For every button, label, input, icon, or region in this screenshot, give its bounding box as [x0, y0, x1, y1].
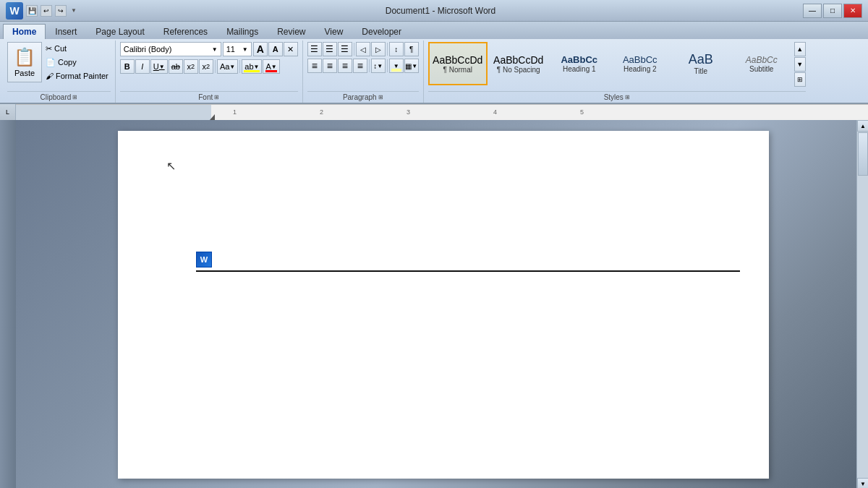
format-painter-icon: 🖌: [46, 72, 54, 80]
tab-view[interactable]: View: [315, 24, 353, 39]
ruler-mark-5: 5: [580, 108, 584, 116]
style-no-spacing[interactable]: AaBbCcDd ¶ No Spacing: [489, 42, 548, 85]
style-heading2[interactable]: AaBbCc Heading 2: [610, 42, 670, 85]
font-color-button[interactable]: A ▼: [263, 59, 279, 74]
font-format-row: B I U ▼ ab x2 x2 Aa ▼ ab ▼ A ▼: [120, 59, 280, 74]
font-shrink-button[interactable]: A: [268, 42, 283, 56]
superscript-button[interactable]: x2: [199, 59, 213, 74]
ruler-mark-4: 4: [493, 108, 497, 116]
window-title: Document1 - Microsoft Word: [386, 6, 496, 16]
tab-page-layout[interactable]: Page Layout: [86, 24, 153, 39]
font-name-dropdown[interactable]: Calibri (Body) ▼: [120, 42, 221, 56]
quick-save-icon[interactable]: 💾: [26, 5, 38, 17]
font-sep2: [239, 60, 240, 73]
change-case-button[interactable]: Aa ▼: [217, 59, 238, 74]
cut-icon: ✂: [46, 44, 52, 53]
ruler-tab-marker[interactable]: [210, 114, 215, 120]
ribbon-tabs: Home Insert Page Layout References Maili…: [0, 22, 868, 39]
bold-button[interactable]: B: [120, 59, 135, 74]
shading-button[interactable]: ▼: [389, 59, 404, 73]
clipboard-expander[interactable]: ⊞: [72, 94, 77, 100]
subscript-button[interactable]: x2: [184, 59, 198, 74]
bullets-button[interactable]: ☰: [307, 42, 322, 56]
scroll-up-button[interactable]: ▲: [857, 120, 868, 132]
styles-scroll-buttons: ▲ ▼ ⊞: [794, 42, 806, 87]
para-sep2: [387, 43, 388, 56]
styles-expander[interactable]: ⊞: [625, 94, 630, 100]
undo-icon[interactable]: ↩: [41, 5, 52, 17]
strikethrough-button[interactable]: ab: [169, 59, 183, 74]
justify-button[interactable]: ≡: [353, 59, 367, 73]
clear-format-button[interactable]: ✕: [284, 42, 298, 56]
redo-icon[interactable]: ↪: [55, 5, 67, 17]
font-size-dropdown[interactable]: 11 ▼: [223, 42, 252, 56]
copy-button[interactable]: 📄 Copy: [43, 56, 111, 69]
title-bar: W 💾 ↩ ↪ ▼ Document1 - Microsoft Word — □…: [0, 0, 868, 22]
horizontal-ruler: 1 2 3 4 5: [16, 104, 868, 120]
italic-button[interactable]: I: [135, 59, 150, 74]
paste-button[interactable]: 📋 Paste: [7, 42, 42, 82]
underline-button[interactable]: U ▼: [150, 59, 168, 74]
tab-mailings[interactable]: Mailings: [217, 24, 268, 39]
style-normal[interactable]: AaBbCcDd ¶ Normal: [428, 42, 488, 85]
tab-home[interactable]: Home: [3, 24, 46, 39]
close-button[interactable]: ✕: [843, 4, 862, 18]
scroll-thumb[interactable]: [858, 132, 868, 176]
style-subtitle-label: Subtitle: [749, 65, 773, 73]
font-group-content: Calibri (Body) ▼ 11 ▼ A A ✕ B I U ▼ ab x…: [120, 42, 298, 90]
format-painter-button[interactable]: 🖌 Format Painter: [43, 69, 111, 82]
paragraph-row1: ☰ ☰ ☰ ◁ ▷ ↕ ¶: [307, 42, 419, 56]
styles-expand[interactable]: ⊞: [794, 72, 806, 87]
align-center-button[interactable]: ≡: [323, 59, 337, 73]
font-expander[interactable]: ⊞: [214, 94, 219, 100]
style-heading2-preview: AaBbCc: [623, 54, 658, 65]
document-page[interactable]: W: [118, 131, 769, 479]
copy-label: Copy: [58, 58, 77, 67]
tab-review[interactable]: Review: [268, 24, 315, 39]
styles-scroll-down[interactable]: ▼: [794, 57, 806, 72]
sort-button[interactable]: ↕: [389, 42, 404, 56]
font-size-arrow: ▼: [242, 46, 248, 53]
tab-insert[interactable]: Insert: [46, 24, 86, 39]
ribbon: 📋 Paste ✂ Cut 📄 Copy 🖌 Format Painter: [0, 39, 868, 104]
paragraph-group: ☰ ☰ ☰ ◁ ▷ ↕ ¶ ≡ ≡ ≡ ≡ ↕▼ ▼: [303, 40, 424, 103]
multilevel-button[interactable]: ☰: [338, 42, 352, 56]
increase-indent-button[interactable]: ▷: [371, 42, 386, 56]
align-left-button[interactable]: ≡: [307, 59, 322, 73]
show-marks-button[interactable]: ¶: [404, 42, 419, 56]
minimize-button[interactable]: —: [803, 4, 822, 18]
style-subtitle[interactable]: AaBbCc Subtitle: [732, 42, 791, 85]
paste-icon: 📋: [14, 47, 35, 67]
borders-button[interactable]: ▦▼: [404, 59, 419, 73]
tab-developer[interactable]: Developer: [352, 24, 411, 39]
cut-label: Cut: [54, 44, 67, 53]
align-right-button[interactable]: ≡: [338, 59, 352, 73]
styles-scroll-up[interactable]: ▲: [794, 42, 806, 56]
numbering-button[interactable]: ☰: [323, 42, 337, 56]
page-content[interactable]: W: [118, 131, 769, 479]
tab-references[interactable]: References: [154, 24, 217, 39]
maximize-button[interactable]: □: [823, 4, 842, 18]
document-background[interactable]: W ↖: [16, 120, 856, 488]
font-grow-buttons: A A ✕: [253, 42, 298, 56]
scroll-track[interactable]: [857, 132, 868, 478]
copy-icon: 📄: [46, 58, 56, 67]
decrease-indent-button[interactable]: ◁: [356, 42, 370, 56]
scroll-down-button[interactable]: ▼: [857, 478, 868, 488]
cut-button[interactable]: ✂ Cut: [43, 42, 111, 55]
style-heading1[interactable]: AaBbCc Heading 1: [550, 42, 609, 85]
highlight-button[interactable]: ab ▼: [242, 59, 262, 74]
style-title[interactable]: AaB Title: [671, 42, 731, 85]
window-controls: — □ ✕: [803, 4, 862, 18]
vertical-ruler: [0, 120, 16, 488]
clipboard-small-buttons: ✂ Cut 📄 Copy 🖌 Format Painter: [43, 42, 111, 82]
font-grow-button[interactable]: A: [253, 42, 268, 56]
style-subtitle-preview: AaBbCc: [746, 55, 778, 65]
qa-dropdown[interactable]: ▼: [69, 5, 78, 17]
vertical-scrollbar: ▲ ▼: [856, 120, 868, 488]
paragraph-expander[interactable]: ⊞: [378, 94, 383, 100]
ruler-tab-selector[interactable]: L: [0, 104, 16, 120]
font-group: Calibri (Body) ▼ 11 ▼ A A ✕ B I U ▼ ab x…: [116, 40, 303, 103]
style-title-preview: AaB: [689, 52, 713, 67]
line-spacing-button[interactable]: ↕▼: [371, 59, 386, 73]
